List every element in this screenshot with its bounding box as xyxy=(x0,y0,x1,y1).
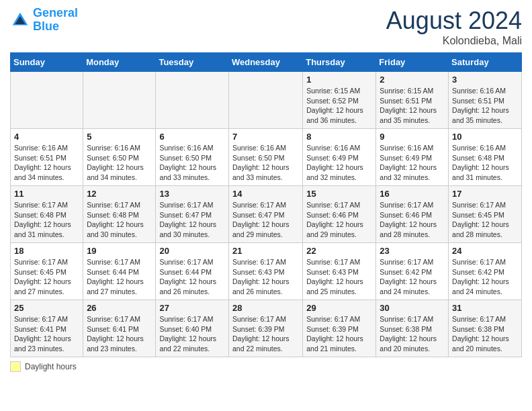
day-number: 13 xyxy=(159,189,225,199)
day-number: 30 xyxy=(380,303,445,313)
calendar-cell: 21Sunrise: 6:17 AM Sunset: 6:43 PM Dayli… xyxy=(228,243,302,300)
day-info: Sunrise: 6:16 AM Sunset: 6:49 PM Dayligh… xyxy=(380,143,445,183)
day-number: 6 xyxy=(159,132,225,142)
day-number: 3 xyxy=(452,75,518,85)
day-info: Sunrise: 6:16 AM Sunset: 6:51 PM Dayligh… xyxy=(452,86,518,126)
calendar-cell: 14Sunrise: 6:17 AM Sunset: 6:47 PM Dayli… xyxy=(228,186,302,243)
calendar-cell: 24Sunrise: 6:17 AM Sunset: 6:42 PM Dayli… xyxy=(449,243,522,300)
day-number: 31 xyxy=(452,303,518,313)
calendar-cell: 12Sunrise: 6:17 AM Sunset: 6:48 PM Dayli… xyxy=(83,186,156,243)
calendar-cell: 15Sunrise: 6:17 AM Sunset: 6:46 PM Dayli… xyxy=(303,186,376,243)
day-info: Sunrise: 6:17 AM Sunset: 6:41 PM Dayligh… xyxy=(14,314,79,354)
day-number: 24 xyxy=(452,246,518,256)
day-number: 26 xyxy=(87,303,152,313)
calendar-cell: 29Sunrise: 6:17 AM Sunset: 6:39 PM Dayli… xyxy=(303,300,376,357)
day-info: Sunrise: 6:17 AM Sunset: 6:48 PM Dayligh… xyxy=(14,200,79,240)
calendar-cell: 30Sunrise: 6:17 AM Sunset: 6:38 PM Dayli… xyxy=(376,300,449,357)
calendar-cell: 8Sunrise: 6:16 AM Sunset: 6:49 PM Daylig… xyxy=(303,129,376,186)
day-info: Sunrise: 6:17 AM Sunset: 6:45 PM Dayligh… xyxy=(14,257,79,297)
calendar-cell: 6Sunrise: 6:16 AM Sunset: 6:50 PM Daylig… xyxy=(156,129,229,186)
day-info: Sunrise: 6:16 AM Sunset: 6:50 PM Dayligh… xyxy=(159,143,225,183)
calendar-week-4: 18Sunrise: 6:17 AM Sunset: 6:45 PM Dayli… xyxy=(11,243,522,300)
calendar-cell: 3Sunrise: 6:16 AM Sunset: 6:51 PM Daylig… xyxy=(449,72,522,129)
calendar-cell: 10Sunrise: 6:16 AM Sunset: 6:48 PM Dayli… xyxy=(449,129,522,186)
logo-blue: Blue xyxy=(33,19,59,33)
day-info: Sunrise: 6:15 AM Sunset: 6:52 PM Dayligh… xyxy=(306,86,372,126)
day-number: 16 xyxy=(380,189,445,199)
location: Kolondieba, Mali xyxy=(386,35,522,47)
calendar-cell: 16Sunrise: 6:17 AM Sunset: 6:46 PM Dayli… xyxy=(376,186,449,243)
header-friday: Friday xyxy=(376,53,449,72)
calendar-cell: 26Sunrise: 6:17 AM Sunset: 6:41 PM Dayli… xyxy=(83,300,156,357)
calendar-cell: 25Sunrise: 6:17 AM Sunset: 6:41 PM Dayli… xyxy=(11,300,83,357)
day-info: Sunrise: 6:17 AM Sunset: 6:46 PM Dayligh… xyxy=(306,200,372,240)
calendar-week-2: 4Sunrise: 6:16 AM Sunset: 6:51 PM Daylig… xyxy=(11,129,522,186)
day-info: Sunrise: 6:17 AM Sunset: 6:47 PM Dayligh… xyxy=(159,200,225,240)
day-info: Sunrise: 6:16 AM Sunset: 6:48 PM Dayligh… xyxy=(452,143,518,183)
calendar-cell: 20Sunrise: 6:17 AM Sunset: 6:44 PM Dayli… xyxy=(156,243,229,300)
header-wednesday: Wednesday xyxy=(228,53,302,72)
day-number: 9 xyxy=(380,132,445,142)
calendar-cell xyxy=(156,72,229,129)
header-thursday: Thursday xyxy=(303,53,376,72)
day-info: Sunrise: 6:17 AM Sunset: 6:44 PM Dayligh… xyxy=(159,257,225,297)
day-number: 28 xyxy=(232,303,299,313)
calendar-cell xyxy=(83,72,156,129)
day-info: Sunrise: 6:16 AM Sunset: 6:51 PM Dayligh… xyxy=(14,143,79,183)
header-tuesday: Tuesday xyxy=(156,53,229,72)
calendar-cell: 22Sunrise: 6:17 AM Sunset: 6:43 PM Dayli… xyxy=(303,243,376,300)
day-info: Sunrise: 6:17 AM Sunset: 6:41 PM Dayligh… xyxy=(87,314,152,354)
day-number: 8 xyxy=(306,132,372,142)
day-number: 2 xyxy=(380,75,445,85)
day-number: 25 xyxy=(14,303,79,313)
calendar: Sunday Monday Tuesday Wednesday Thursday… xyxy=(10,52,522,357)
calendar-cell: 5Sunrise: 6:16 AM Sunset: 6:50 PM Daylig… xyxy=(83,129,156,186)
day-number: 17 xyxy=(452,189,518,199)
day-info: Sunrise: 6:17 AM Sunset: 6:38 PM Dayligh… xyxy=(380,314,445,354)
calendar-header-row: Sunday Monday Tuesday Wednesday Thursday… xyxy=(11,53,522,72)
header-saturday: Saturday xyxy=(449,53,522,72)
day-info: Sunrise: 6:17 AM Sunset: 6:43 PM Dayligh… xyxy=(232,257,299,297)
calendar-cell: 27Sunrise: 6:17 AM Sunset: 6:40 PM Dayli… xyxy=(156,300,229,357)
logo-general: General xyxy=(33,6,78,19)
day-number: 21 xyxy=(232,246,299,256)
legend: Daylight hours xyxy=(10,361,522,372)
day-number: 18 xyxy=(14,246,79,256)
day-info: Sunrise: 6:17 AM Sunset: 6:46 PM Dayligh… xyxy=(380,200,445,240)
day-number: 27 xyxy=(159,303,225,313)
calendar-cell: 31Sunrise: 6:17 AM Sunset: 6:38 PM Dayli… xyxy=(449,300,522,357)
day-number: 10 xyxy=(452,132,518,142)
day-info: Sunrise: 6:17 AM Sunset: 6:40 PM Dayligh… xyxy=(159,314,225,354)
calendar-cell: 9Sunrise: 6:16 AM Sunset: 6:49 PM Daylig… xyxy=(376,129,449,186)
day-number: 15 xyxy=(306,189,372,199)
day-info: Sunrise: 6:17 AM Sunset: 6:48 PM Dayligh… xyxy=(87,200,152,240)
day-info: Sunrise: 6:16 AM Sunset: 6:49 PM Dayligh… xyxy=(306,143,372,183)
calendar-week-3: 11Sunrise: 6:17 AM Sunset: 6:48 PM Dayli… xyxy=(11,186,522,243)
day-number: 1 xyxy=(306,75,372,85)
calendar-cell: 2Sunrise: 6:15 AM Sunset: 6:51 PM Daylig… xyxy=(376,72,449,129)
legend-label: Daylight hours xyxy=(25,362,77,371)
calendar-cell: 4Sunrise: 6:16 AM Sunset: 6:51 PM Daylig… xyxy=(11,129,83,186)
day-number: 12 xyxy=(87,189,152,199)
day-info: Sunrise: 6:16 AM Sunset: 6:50 PM Dayligh… xyxy=(87,143,152,183)
day-info: Sunrise: 6:17 AM Sunset: 6:44 PM Dayligh… xyxy=(87,257,152,297)
day-info: Sunrise: 6:15 AM Sunset: 6:51 PM Dayligh… xyxy=(380,86,445,126)
calendar-cell: 17Sunrise: 6:17 AM Sunset: 6:45 PM Dayli… xyxy=(449,186,522,243)
day-number: 7 xyxy=(232,132,299,142)
calendar-cell: 7Sunrise: 6:16 AM Sunset: 6:50 PM Daylig… xyxy=(228,129,302,186)
day-number: 22 xyxy=(306,246,372,256)
day-number: 29 xyxy=(306,303,372,313)
logo: General Blue xyxy=(10,7,78,34)
day-info: Sunrise: 6:16 AM Sunset: 6:50 PM Dayligh… xyxy=(232,143,299,183)
header: General Blue August 2024 Kolondieba, Mal… xyxy=(10,7,522,47)
day-info: Sunrise: 6:17 AM Sunset: 6:42 PM Dayligh… xyxy=(452,257,518,297)
day-number: 4 xyxy=(14,132,79,142)
day-info: Sunrise: 6:17 AM Sunset: 6:38 PM Dayligh… xyxy=(452,314,518,354)
day-info: Sunrise: 6:17 AM Sunset: 6:45 PM Dayligh… xyxy=(452,200,518,240)
calendar-cell: 18Sunrise: 6:17 AM Sunset: 6:45 PM Dayli… xyxy=(11,243,83,300)
day-number: 5 xyxy=(87,132,152,142)
day-info: Sunrise: 6:17 AM Sunset: 6:47 PM Dayligh… xyxy=(232,200,299,240)
day-info: Sunrise: 6:17 AM Sunset: 6:39 PM Dayligh… xyxy=(232,314,299,354)
calendar-week-1: 1Sunrise: 6:15 AM Sunset: 6:52 PM Daylig… xyxy=(11,72,522,129)
calendar-cell: 28Sunrise: 6:17 AM Sunset: 6:39 PM Dayli… xyxy=(228,300,302,357)
